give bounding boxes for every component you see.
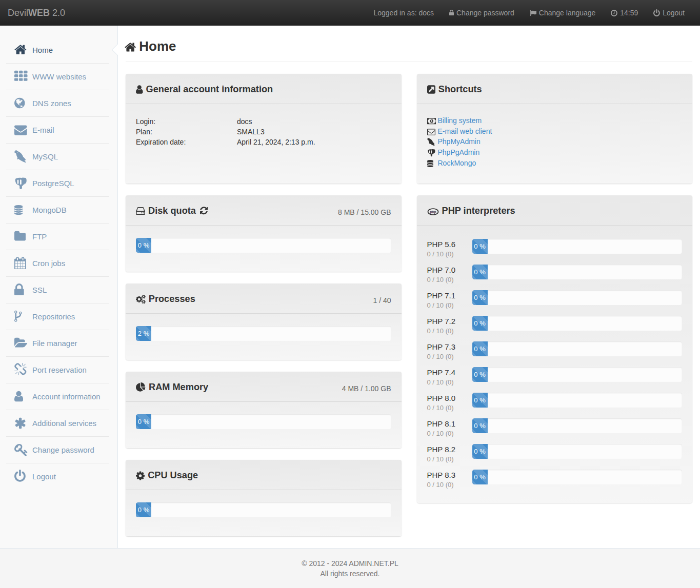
svg-text:php: php: [430, 210, 436, 214]
